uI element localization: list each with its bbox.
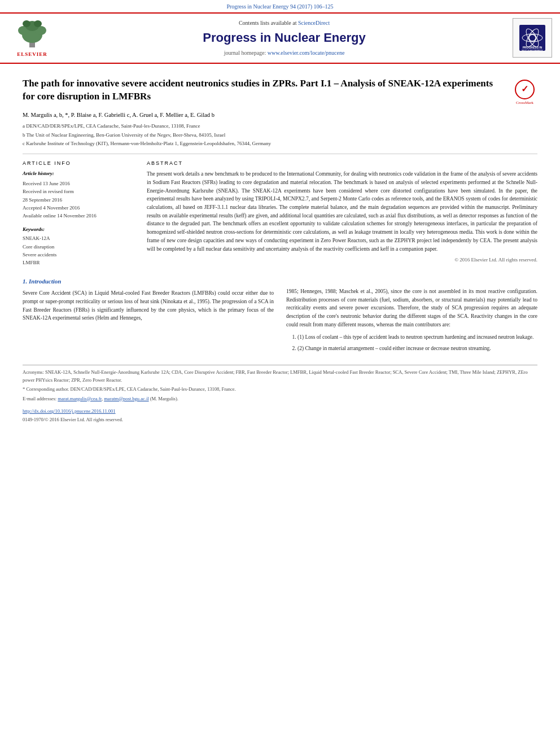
journal-homepage-line: journal homepage: www.elsevier.com/locat…: [63, 49, 505, 57]
article-info-abstract: ARTICLE INFO Article history: Received 1…: [23, 160, 537, 267]
received-revised-label: Received in revised form: [23, 187, 135, 195]
crossmark-badge: ✓ CrossMark: [512, 80, 537, 106]
article-info-col: ARTICLE INFO Article history: Received 1…: [23, 160, 135, 267]
body-section: 1. Introduction Severe Core Accident (SC…: [23, 277, 537, 356]
doi-link[interactable]: http://dx.doi.org/10.1016/j.pnucene.2016…: [23, 408, 116, 414]
journal-title: Progress in Nuclear Energy: [63, 29, 505, 47]
revised-date: 28 September 2016: [23, 196, 135, 204]
affiliation-b: b The Unit of Nuclear Engineering, Ben-G…: [23, 132, 537, 139]
journal-ref: Progress in Nuclear Energy 94 (2017) 106…: [226, 3, 333, 10]
received-date: Received 13 June 2016: [23, 180, 135, 187]
contents-available: Contents lists available at ScienceDirec…: [63, 19, 505, 27]
keyword-4: LMFBR: [23, 259, 135, 267]
journal-meta-bar: Progress in Nuclear Energy 94 (2017) 106…: [0, 0, 560, 12]
acronyms-footnote: Acronyms: SNEAK-12A, Schnelle Null-Energ…: [23, 369, 537, 384]
keyword-2: Core disruption: [23, 243, 135, 251]
intro-title: 1. Introduction: [23, 277, 274, 286]
journal-center: Contents lists available at ScienceDirec…: [63, 18, 505, 58]
abstract-copyright: © 2016 Elsevier Ltd. All rights reserved…: [147, 256, 537, 264]
copyright-section: 0149-1970/© 2016 Elsevier Ltd. All right…: [23, 417, 537, 423]
svg-text:NUCLEAR ENERGY: NUCLEAR ENERGY: [522, 49, 543, 52]
doi-section: http://dx.doi.org/10.1016/j.pnucene.2016…: [23, 408, 537, 415]
email-footnote: E-mail addresses: marat.margulis@cea.fr,…: [23, 395, 537, 403]
pne-logo-icon: PROGRESS IN NUCLEAR ENERGY: [518, 24, 546, 52]
body-two-col: 1. Introduction Severe Core Accident (SC…: [23, 277, 537, 356]
email2-link[interactable]: maratm@post.bgu.ac.il: [104, 396, 148, 401]
pne-logo: PROGRESS IN NUCLEAR ENERGY: [511, 18, 553, 58]
homepage-link[interactable]: www.elsevier.com/locate/pnucene: [268, 50, 345, 56]
list-item-1: (1) Loss of coolant – this type of accid…: [298, 333, 537, 342]
available-date: Available online 14 November 2016: [23, 212, 135, 220]
article-title: The path for innovative severe accident …: [23, 77, 506, 103]
body-right-col: 1985; Henneges, 1988; Maschek et al., 20…: [286, 277, 537, 356]
svg-point-5: [23, 20, 30, 27]
svg-point-6: [34, 20, 42, 27]
intro-paragraph2: 1985; Henneges, 1988; Maschek et al., 20…: [286, 287, 537, 329]
keyword-1: SNEAK-12A: [23, 234, 135, 242]
science-direct-link[interactable]: ScienceDirect: [298, 20, 330, 26]
crossmark-icon: ✓: [515, 80, 535, 99]
article-history-label: Article history:: [23, 170, 135, 177]
abstract-text: The present work details a new benchmark…: [147, 170, 537, 253]
divider: [23, 154, 537, 154]
abstract-heading: ABSTRACT: [147, 160, 537, 167]
email1-link[interactable]: marat.margulis@cea.fr: [58, 396, 102, 401]
abstract-col: ABSTRACT The present work details a new …: [147, 160, 537, 267]
footnotes-section: Acronyms: SNEAK-12A, Schnelle Null-Energ…: [23, 365, 537, 403]
article-title-section: The path for innovative severe accident …: [23, 77, 537, 106]
affiliation-a: a DEN/CAD/DER/SPEx/LPE, CEA Cadarache, S…: [23, 123, 537, 130]
article-dates: Received 13 June 2016 Received in revise…: [23, 180, 135, 220]
body-left-col: 1. Introduction Severe Core Accident (SC…: [23, 277, 274, 356]
keyword-3: Severe accidents: [23, 251, 135, 259]
accepted-date: Accepted 4 November 2016: [23, 204, 135, 212]
main-content: The path for innovative severe accident …: [0, 64, 560, 429]
article-info-heading: ARTICLE INFO: [23, 160, 135, 167]
keywords-label: Keywords:: [23, 226, 135, 233]
corresponding-footnote: * Corresponding author. DEN/CAD/DER/SPEx…: [23, 386, 537, 394]
journal-header: ELSEVIER Contents lists available at Sci…: [0, 12, 560, 64]
elsevier-label: ELSEVIER: [17, 51, 47, 58]
affiliation-c: c Karlsruhe Institute of Technology (KIT…: [23, 140, 537, 148]
keywords-section: Keywords: SNEAK-12A Core disruption Seve…: [23, 226, 135, 267]
affiliations: a DEN/CAD/DER/SPEx/LPE, CEA Cadarache, S…: [23, 123, 537, 148]
intro-paragraph1: Severe Core Accident (SCA) in Liquid Met…: [23, 289, 274, 322]
elsevier-logo: ELSEVIER: [7, 18, 58, 58]
numbered-list: (1) Loss of coolant – this type of accid…: [298, 333, 537, 352]
elsevier-tree-icon: [12, 18, 52, 49]
list-item-2: (2) Change in material arrangement – cou…: [298, 344, 537, 353]
crossmark-label: CrossMark: [516, 101, 533, 106]
authors-line: M. Margulis a, b, *, P. Blaise a, F. Gab…: [23, 111, 537, 120]
